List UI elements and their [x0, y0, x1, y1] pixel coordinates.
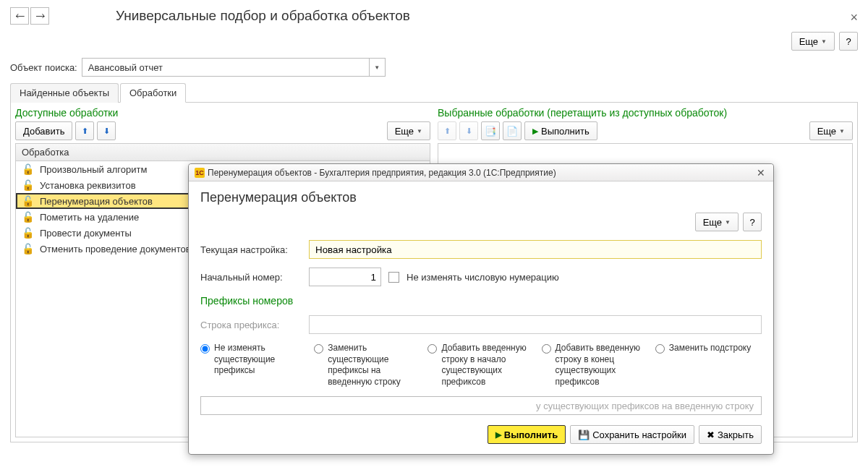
available-title: Доступные обработки: [15, 107, 430, 119]
more-button-left[interactable]: Еще ▼: [387, 121, 430, 140]
processing-icon: 🔓: [22, 227, 34, 239]
move-down-button[interactable]: ⬇: [97, 121, 116, 140]
list-header: Обработка: [16, 144, 430, 161]
forward-button[interactable]: 🡒: [30, 7, 49, 25]
processing-icon: 🔓: [22, 243, 34, 254]
processing-icon: 🔓: [22, 163, 34, 175]
save-settings-button[interactable]: 💾 Сохранить настройки: [570, 425, 694, 442]
chevron-down-icon: ▼: [417, 128, 422, 134]
play-icon: ▶: [532, 127, 538, 136]
duplicate-button[interactable]: 📄: [503, 121, 522, 140]
more-button[interactable]: Еще ▼: [791, 32, 835, 51]
no-change-numeric-checkbox[interactable]: [388, 272, 399, 283]
processing-icon: 🔓: [22, 179, 34, 191]
chevron-down-icon: ▼: [839, 128, 845, 134]
app-logo-icon: 1С: [195, 168, 205, 178]
no-change-numeric-label: Не изменять числовую нумерацию: [407, 272, 559, 283]
close-button[interactable]: ✖ Закрыть: [699, 425, 762, 442]
current-setting-input[interactable]: [309, 240, 762, 259]
move-down-button-right[interactable]: ⬇: [459, 121, 478, 140]
radio-append[interactable]: Добавить введенную строку в конец сущест…: [542, 343, 648, 388]
window-close-icon[interactable]: ×: [850, 10, 858, 25]
execute-button[interactable]: ▶ Выполнить: [524, 121, 597, 140]
help-button[interactable]: ?: [839, 32, 858, 51]
selected-title: Выбранные обработки (перетащить из досту…: [438, 107, 853, 119]
renumeration-dialog: 1С Перенумерация объектов - Бухгалтерия …: [188, 163, 774, 442]
prefixes-heading: Префиксы номеров: [200, 295, 762, 307]
execute-button-dialog[interactable]: ▶ Выполнить: [488, 425, 566, 442]
start-number-input[interactable]: [309, 268, 381, 286]
back-button[interactable]: 🡐: [10, 7, 29, 25]
radio-no-change[interactable]: Не изменять существующие префиксы: [200, 343, 307, 377]
close-icon[interactable]: ✕: [754, 167, 767, 179]
substring-input[interactable]: у существующих префиксов на введенную ст…: [200, 396, 762, 415]
dialog-help-button[interactable]: ?: [743, 213, 762, 231]
search-object-combo[interactable]: Авансовый отчет ▼: [82, 58, 386, 77]
processing-icon: 🔓: [22, 195, 34, 207]
radio-replace[interactable]: Заменить существующие префиксы на введен…: [314, 343, 420, 388]
current-setting-label: Текущая настройка:: [200, 244, 302, 255]
play-icon: ▶: [495, 430, 501, 440]
copy-button[interactable]: 📑: [481, 121, 500, 140]
dialog-heading: Перенумерация объектов: [200, 190, 762, 205]
save-icon: 💾: [578, 429, 590, 440]
move-up-button[interactable]: ⬆: [75, 121, 94, 140]
chevron-down-icon: ▼: [725, 219, 731, 226]
search-label: Объект поиска:: [10, 62, 77, 73]
start-number-label: Начальный номер:: [200, 272, 302, 283]
chevron-down-icon[interactable]: ▼: [369, 59, 385, 76]
radio-prepend[interactable]: Добавить введенную строку в начало сущес…: [427, 343, 534, 388]
tab-found-objects[interactable]: Найденные объекты: [10, 83, 119, 103]
more-button-right[interactable]: Еще ▼: [809, 121, 853, 140]
dialog-titlebar[interactable]: 1С Перенумерация объектов - Бухгалтерия …: [189, 164, 773, 181]
processing-icon: 🔓: [22, 211, 34, 223]
close-icon: ✖: [707, 429, 715, 440]
add-button[interactable]: Добавить: [15, 121, 72, 140]
prefix-string-label: Строка префикса:: [200, 320, 302, 330]
tab-processing[interactable]: Обработки: [120, 83, 186, 103]
chevron-down-icon: ▼: [821, 38, 827, 45]
dialog-more-button[interactable]: Еще ▼: [695, 213, 739, 231]
radio-substr[interactable]: Заменить подстроку: [655, 343, 762, 354]
page-title: Универсальные подбор и обработка объекто…: [116, 8, 410, 24]
prefix-string-input[interactable]: [309, 315, 762, 334]
move-up-button-right[interactable]: ⬆: [438, 121, 456, 140]
